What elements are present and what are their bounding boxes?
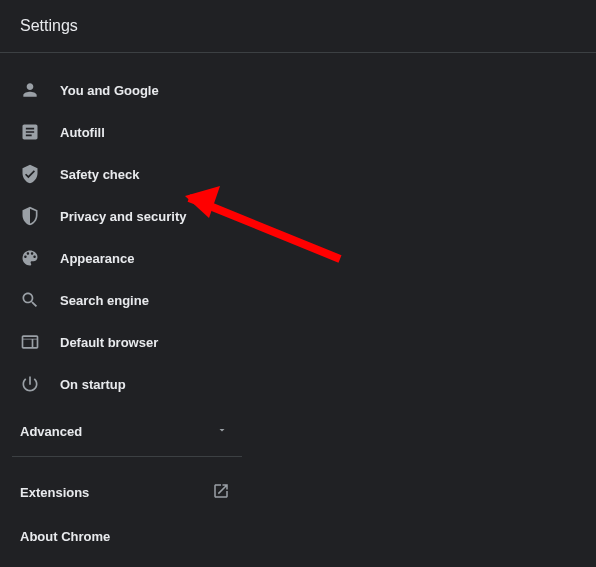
footer-list: Extensions About Chrome bbox=[0, 461, 250, 565]
page-title: Settings bbox=[20, 17, 576, 35]
sidebar-item-label: Default browser bbox=[60, 335, 158, 350]
search-icon bbox=[20, 290, 40, 310]
settings-sidebar: You and Google Autofill Safety check Pri… bbox=[0, 53, 250, 565]
sidebar-item-appearance[interactable]: Appearance bbox=[0, 237, 250, 279]
sidebar-item-label: Appearance bbox=[60, 251, 134, 266]
sidebar-item-about-chrome[interactable]: About Chrome bbox=[0, 516, 250, 557]
autofill-icon bbox=[20, 122, 40, 142]
sidebar-item-search-engine[interactable]: Search engine bbox=[0, 279, 250, 321]
advanced-label: Advanced bbox=[20, 424, 82, 439]
sidebar-item-label: Search engine bbox=[60, 293, 149, 308]
sidebar-item-on-startup[interactable]: On startup bbox=[0, 363, 250, 405]
sidebar-item-label: Safety check bbox=[60, 167, 140, 182]
settings-header: Settings bbox=[0, 0, 596, 53]
nav-list: You and Google Autofill Safety check Pri… bbox=[0, 61, 250, 413]
sidebar-item-label: Privacy and security bbox=[60, 209, 186, 224]
chevron-down-icon bbox=[216, 424, 228, 439]
sidebar-item-you-and-google[interactable]: You and Google bbox=[0, 69, 250, 111]
sidebar-item-default-browser[interactable]: Default browser bbox=[0, 321, 250, 363]
palette-icon bbox=[20, 248, 40, 268]
sidebar-item-extensions[interactable]: Extensions bbox=[0, 469, 250, 516]
power-icon bbox=[20, 374, 40, 394]
person-icon bbox=[20, 80, 40, 100]
open-in-new-icon bbox=[212, 482, 230, 503]
sidebar-item-label: About Chrome bbox=[20, 529, 110, 544]
sidebar-item-label: On startup bbox=[60, 377, 126, 392]
sidebar-item-label: Autofill bbox=[60, 125, 105, 140]
sidebar-item-privacy-security[interactable]: Privacy and security bbox=[0, 195, 250, 237]
advanced-toggle[interactable]: Advanced bbox=[0, 413, 250, 452]
security-icon bbox=[20, 206, 40, 226]
sidebar-item-label: You and Google bbox=[60, 83, 159, 98]
sidebar-item-autofill[interactable]: Autofill bbox=[0, 111, 250, 153]
browser-icon bbox=[20, 332, 40, 352]
safety-check-icon bbox=[20, 164, 40, 184]
sidebar-item-label: Extensions bbox=[20, 485, 89, 500]
sidebar-item-safety-check[interactable]: Safety check bbox=[0, 153, 250, 195]
divider bbox=[12, 456, 242, 457]
